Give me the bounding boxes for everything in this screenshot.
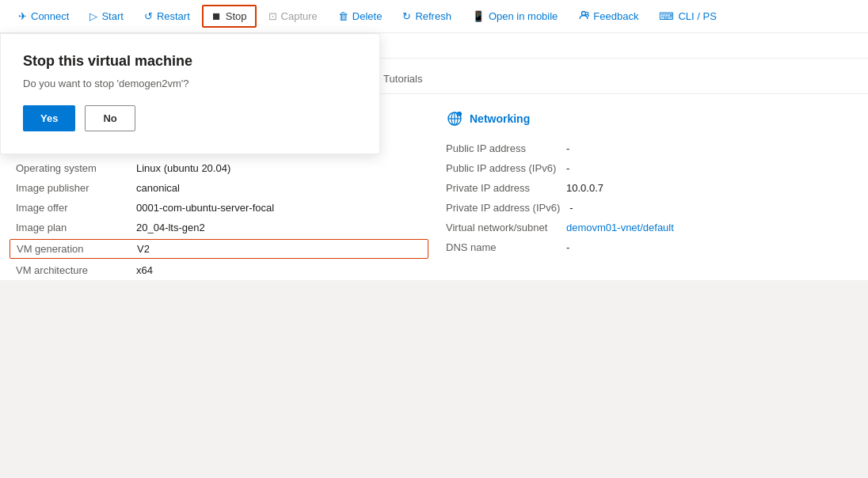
feedback-button[interactable]: Feedback — [569, 5, 647, 28]
delete-icon: 🗑 — [338, 10, 348, 22]
stop-popup-overlay: Stop this virtual machine Do you want to… — [0, 33, 868, 154]
prop-image-offer: Image offer 0001-com-ubuntu-server-focal — [16, 198, 422, 218]
start-button[interactable]: ▷ Start — [81, 6, 131, 27]
prop-public-ipv6: Public IP address (IPv6) - — [446, 158, 852, 178]
popup-actions: Yes No — [23, 105, 357, 131]
no-button[interactable]: No — [85, 105, 135, 131]
cli-ps-button[interactable]: ⌨ CLI / PS — [650, 6, 725, 27]
connect-button[interactable]: ✈ Connect — [10, 6, 78, 27]
popup-description: Do you want to stop 'demogen2vm'? — [23, 78, 357, 89]
prop-vnet-subnet: Virtual network/subnet demovm01-vnet/def… — [446, 218, 852, 237]
toolbar: ✈ Connect ▷ Start ↺ Restart ⏹ Stop ⊡ Cap… — [0, 0, 868, 33]
stop-popup-panel: Stop this virtual machine Do you want to… — [0, 33, 380, 154]
stop-icon: ⏹ — [211, 10, 222, 22]
delete-button[interactable]: 🗑 Delete — [329, 6, 391, 27]
start-icon: ▷ — [89, 10, 97, 22]
prop-image-publisher: Image publisher canonical — [16, 178, 422, 198]
prop-dns-name: DNS name - — [446, 237, 852, 257]
prop-image-plan: Image plan 20_04-lts-gen2 — [16, 218, 422, 237]
vnet-subnet-link[interactable]: demovm01-vnet/default — [566, 222, 674, 233]
refresh-button[interactable]: ↻ Refresh — [394, 6, 460, 27]
restart-icon: ↺ — [144, 10, 153, 22]
mobile-icon: 📱 — [472, 10, 485, 22]
connect-icon: ✈ — [18, 10, 27, 22]
feedback-icon — [578, 9, 589, 23]
prop-vm-architecture: VM architecture x64 — [16, 260, 422, 280]
popup-title: Stop this virtual machine — [23, 53, 357, 70]
prop-private-ip: Private IP address 10.0.0.7 — [446, 178, 852, 198]
restart-button[interactable]: ↺ Restart — [135, 6, 199, 27]
prop-vm-generation: VM generation V2 — [10, 239, 428, 259]
capture-icon: ⊡ — [268, 10, 277, 22]
stop-button[interactable]: ⏹ Stop — [202, 5, 257, 28]
yes-button[interactable]: Yes — [23, 105, 75, 131]
cli-icon: ⌨ — [659, 10, 674, 22]
capture-button[interactable]: ⊡ Capture — [260, 6, 326, 27]
prop-operating-system: Operating system Linux (ubuntu 20.04) — [16, 158, 422, 178]
prop-private-ipv6: Private IP address (IPv6) - — [446, 198, 852, 218]
refresh-icon: ↻ — [402, 10, 411, 22]
open-in-mobile-button[interactable]: 📱 Open in mobile — [463, 6, 566, 27]
